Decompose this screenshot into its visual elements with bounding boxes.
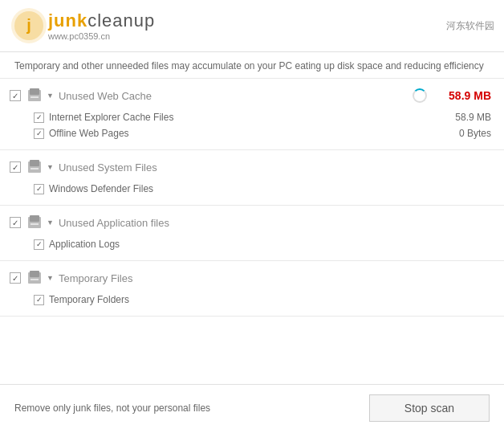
category-arrow-app-files[interactable]: ▼ — [47, 219, 54, 227]
category-checkbox-system-files[interactable] — [10, 161, 21, 173]
sub-checkbox-temp-files-0[interactable] — [34, 295, 44, 305]
stop-scan-button[interactable]: Stop scan — [369, 394, 490, 422]
category-size-web-cache: 58.9 MB — [435, 89, 491, 102]
category-icon-temp-files — [26, 269, 43, 287]
category-checkbox-web-cache[interactable] — [10, 90, 21, 101]
sub-item-web-cache-1: Offline Web Pages0 Bytes — [34, 125, 491, 141]
sub-label-temp-files-0: Temporary Folders — [49, 294, 491, 305]
category-icon-web-cache — [26, 87, 43, 104]
category-label-system-files: Unused System Files — [59, 161, 491, 174]
category-header-temp-files: ▼Temporary Files — [10, 269, 491, 287]
watermark-text: 河东软件园 — [446, 19, 494, 33]
svg-rect-13 — [30, 271, 39, 277]
sub-item-web-cache-0: Internet Explorer Cache Files58.9 MB — [34, 109, 491, 125]
category-temp-files: ▼Temporary FilesTemporary Folders — [0, 261, 504, 317]
svg-rect-8 — [30, 168, 39, 170]
svg-rect-14 — [30, 279, 39, 280]
sub-item-temp-files-0: Temporary Folders — [34, 292, 491, 308]
sub-items-temp-files: Temporary Folders — [10, 292, 491, 308]
category-icon-app-files — [26, 214, 43, 231]
app-title: junkcleanup — [48, 10, 155, 31]
svg-text:j: j — [26, 16, 31, 34]
sub-checkbox-system-files-0[interactable] — [34, 184, 44, 194]
sub-label-system-files-0: Windows Defender Files — [49, 183, 491, 194]
category-arrow-system-files[interactable]: ▼ — [47, 163, 54, 171]
category-system-files: ▼Unused System FilesWindows Defender Fil… — [0, 150, 504, 206]
brand-name: cleanup — [87, 10, 155, 31]
app-subtitle: www.pc0359.cn — [48, 31, 155, 41]
sub-items-web-cache: Internet Explorer Cache Files58.9 MBOffl… — [10, 109, 491, 141]
sub-checkbox-web-cache-1[interactable] — [34, 129, 44, 139]
svg-rect-11 — [30, 223, 39, 225]
category-header-app-files: ▼Unused Application files — [10, 214, 491, 231]
scan-list[interactable]: ▼Unused Web Cache58.9 MBInternet Explore… — [0, 79, 504, 384]
brand-prefix: junk — [48, 10, 87, 31]
category-label-web-cache: Unused Web Cache — [59, 90, 413, 102]
category-label-temp-files: Temporary Files — [59, 272, 491, 284]
sub-items-app-files: Application Logs — [10, 236, 491, 252]
category-app-files: ▼Unused Application filesApplication Log… — [0, 206, 504, 261]
sub-size-web-cache-1: 0 Bytes — [435, 128, 491, 139]
category-checkbox-app-files[interactable] — [10, 217, 21, 228]
content-area: ▼Unused Web Cache58.9 MBInternet Explore… — [0, 79, 504, 384]
category-icon-system-files — [26, 158, 43, 176]
sub-label-app-files-0: Application Logs — [49, 239, 491, 250]
sub-checkbox-app-files-0[interactable] — [34, 239, 44, 250]
sub-checkbox-web-cache-0[interactable] — [34, 112, 44, 123]
svg-rect-10 — [30, 215, 39, 222]
footer: Remove only junk files, not your persona… — [0, 384, 504, 431]
sub-item-app-files-0: Application Logs — [34, 236, 491, 252]
category-arrow-web-cache[interactable]: ▼ — [47, 92, 54, 100]
svg-rect-7 — [30, 160, 39, 166]
category-label-app-files: Unused Application files — [59, 217, 491, 229]
category-header-system-files: ▼Unused System Files — [10, 158, 491, 176]
sub-size-web-cache-0: 58.9 MB — [435, 112, 491, 123]
app-logo: j — [10, 6, 48, 45]
sub-label-web-cache-0: Internet Explorer Cache Files — [49, 112, 435, 123]
svg-rect-4 — [30, 88, 39, 95]
app-title-block: junkcleanup www.pc0359.cn — [48, 10, 155, 41]
app-header: j junkcleanup www.pc0359.cn 河东软件园 — [0, 0, 504, 52]
sub-item-system-files-0: Windows Defender Files — [34, 181, 491, 197]
scan-spinner-web-cache — [413, 88, 427, 103]
sub-label-web-cache-1: Offline Web Pages — [49, 128, 435, 139]
category-checkbox-temp-files[interactable] — [10, 272, 21, 284]
sub-items-system-files: Windows Defender Files — [10, 181, 491, 197]
footer-note: Remove only junk files, not your persona… — [14, 402, 210, 414]
category-arrow-temp-files[interactable]: ▼ — [47, 274, 54, 282]
svg-rect-5 — [30, 96, 39, 98]
description-text: Temporary and other unneeded files may a… — [0, 52, 504, 79]
category-web-cache: ▼Unused Web Cache58.9 MBInternet Explore… — [0, 79, 504, 150]
category-header-web-cache: ▼Unused Web Cache58.9 MB — [10, 87, 491, 104]
